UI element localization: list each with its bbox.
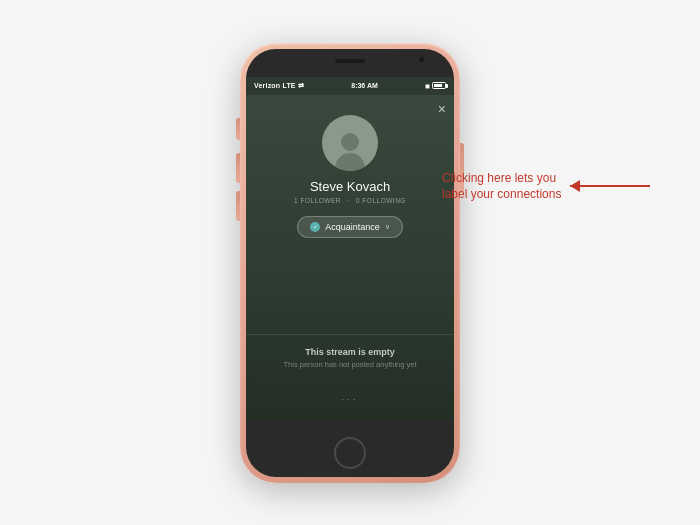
avatar-body: [335, 153, 365, 171]
speaker: [335, 59, 365, 63]
avatar-silhouette: [333, 133, 367, 171]
annotation: Clicking here lets you label your connec…: [442, 170, 650, 202]
more-options-dots[interactable]: ···: [246, 394, 454, 405]
avatar: [322, 115, 378, 171]
avatar-head: [341, 133, 359, 151]
home-button[interactable]: [334, 437, 366, 469]
carrier-text: Verizon LTE ⇄: [254, 82, 304, 90]
empty-stream-section: This stream is empty This person has not…: [246, 334, 454, 381]
annotation-arrow: [570, 174, 650, 198]
stream-title: This stream is empty: [262, 347, 438, 357]
signal-icon: ◼: [425, 82, 430, 89]
user-name: Steve Kovach: [310, 179, 390, 194]
connection-label-button[interactable]: Acquaintance ∨: [297, 216, 403, 238]
chevron-down-icon: ∨: [385, 223, 390, 231]
status-icons: ◼: [425, 82, 446, 89]
profile-section: Steve Kovach 1 FOLLOWER · 0 FOLLOWING Ac…: [294, 95, 406, 250]
connection-label-text: Acquaintance: [325, 222, 380, 232]
clock: 8:36 AM: [351, 82, 378, 89]
scene: Verizon LTE ⇄ 8:36 AM ◼ ×: [0, 0, 700, 525]
arrow-line: [570, 185, 650, 187]
battery-fill: [434, 84, 442, 87]
mute-button: [236, 118, 240, 140]
battery-icon: [432, 82, 446, 89]
front-camera: [419, 57, 424, 62]
stream-subtitle: This person has not posted anything yet: [262, 360, 438, 369]
volume-up-button: [236, 153, 240, 183]
status-bar: Verizon LTE ⇄ 8:36 AM ◼: [246, 77, 454, 95]
phone-screen: Verizon LTE ⇄ 8:36 AM ◼ ×: [246, 77, 454, 421]
connection-check-icon: [310, 222, 320, 232]
user-stats: 1 FOLLOWER · 0 FOLLOWING: [294, 197, 406, 204]
followers-count: 1 FOLLOWER: [294, 197, 341, 204]
volume-down-button: [236, 191, 240, 221]
phone-shell: Verizon LTE ⇄ 8:36 AM ◼ ×: [240, 43, 460, 483]
following-count: 0 FOLLOWING: [356, 197, 406, 204]
close-button[interactable]: ×: [438, 101, 446, 117]
stats-separator: ·: [347, 197, 349, 204]
phone-bezel: Verizon LTE ⇄ 8:36 AM ◼ ×: [246, 49, 454, 477]
annotation-text: Clicking here lets you label your connec…: [442, 170, 562, 202]
